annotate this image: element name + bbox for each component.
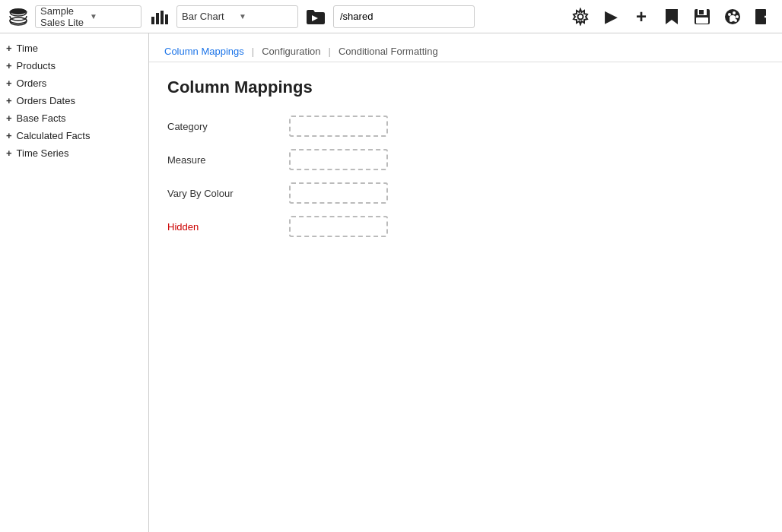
expand-icon: + (6, 78, 12, 89)
field-label-measure: Measure (167, 154, 289, 166)
palette-button[interactable] (720, 4, 745, 30)
svg-rect-18 (755, 9, 766, 24)
chart-type-label: Bar Chart (182, 11, 236, 22)
subnav-configuration[interactable]: Configuration (259, 41, 323, 62)
sidebar-item-label: Base Facts (17, 112, 66, 124)
chart-selector[interactable]: Bar Chart ▼ (176, 5, 298, 28)
chart-arrow: ▼ (239, 12, 293, 21)
sidebar-item-label: Calculated Facts (17, 130, 91, 141)
field-row-measure: Measure (167, 149, 764, 170)
sidebar-item-label: Orders Dates (17, 95, 75, 106)
subnav-separator: | (324, 46, 335, 57)
drop-target-measure[interactable] (289, 149, 388, 170)
chart-type-icon[interactable] (146, 4, 172, 30)
sidebar-item-label: Products (17, 60, 56, 71)
content-area: Column Mappings|Configuration|Conditiona… (149, 33, 782, 532)
db-icon (6, 5, 30, 29)
page-title: Column Mappings (167, 78, 764, 97)
field-label-category: Category (167, 121, 289, 132)
svg-rect-10 (696, 17, 708, 24)
expand-icon: + (6, 95, 12, 106)
svg-rect-5 (165, 14, 168, 24)
subnav: Column Mappings|Configuration|Conditiona… (149, 33, 782, 62)
sidebar-item-label: Time Series (17, 147, 69, 159)
sidebar: +Time+Products+Orders+Orders Dates+Base … (0, 33, 149, 532)
expand-icon: + (6, 147, 12, 159)
db-name: Sample Sales Lite (40, 5, 87, 28)
run-button[interactable]: ▶ (598, 4, 624, 30)
toolbar: Sample Sales Lite ▼ Bar Chart ▼ ▶ + (0, 0, 782, 33)
sidebar-item-calculated-facts[interactable]: +Calculated Facts (0, 127, 148, 144)
drop-target-vary-by-colour[interactable] (289, 182, 388, 204)
field-label-vary-by-colour: Vary By Colour (167, 188, 289, 199)
main-layout: +Time+Products+Orders+Orders Dates+Base … (0, 33, 782, 532)
expand-icon: + (6, 112, 12, 124)
bookmark-button[interactable] (659, 4, 685, 30)
svg-point-6 (578, 14, 583, 19)
expand-icon: + (6, 130, 12, 141)
svg-point-12 (728, 13, 731, 16)
sidebar-item-time[interactable]: +Time (0, 40, 148, 57)
add-button[interactable]: + (628, 4, 654, 30)
export-button[interactable] (750, 4, 776, 30)
svg-point-13 (733, 11, 736, 14)
settings-button[interactable] (567, 4, 593, 30)
svg-rect-9 (699, 10, 704, 14)
svg-point-17 (730, 15, 736, 21)
drop-target-hidden[interactable] (289, 216, 388, 237)
subnav-separator: | (247, 46, 259, 57)
field-label-hidden: Hidden (167, 221, 289, 233)
sidebar-item-orders-dates[interactable]: +Orders Dates (0, 92, 148, 109)
expand-icon: + (6, 43, 12, 54)
db-selector[interactable]: Sample Sales Lite ▼ (35, 5, 141, 28)
drop-target-category[interactable] (289, 116, 388, 137)
svg-point-0 (10, 8, 27, 14)
folder-icon[interactable] (303, 4, 329, 30)
sidebar-item-products[interactable]: +Products (0, 57, 148, 74)
field-row-hidden: Hidden (167, 216, 764, 237)
fields-container: CategoryMeasureVary By ColourHidden (167, 116, 764, 237)
sidebar-item-orders[interactable]: +Orders (0, 74, 148, 92)
expand-icon: + (6, 60, 12, 71)
svg-point-14 (736, 15, 739, 18)
db-arrow: ▼ (90, 12, 136, 21)
subnav-column-mappings[interactable]: Column Mappings (161, 41, 247, 62)
sidebar-item-label: Time (17, 43, 38, 54)
sidebar-item-base-facts[interactable]: +Base Facts (0, 109, 148, 127)
field-row-category: Category (167, 116, 764, 137)
path-input[interactable] (333, 5, 475, 28)
field-row-vary-by-colour: Vary By Colour (167, 182, 764, 204)
sidebar-item-time-series[interactable]: +Time Series (0, 144, 148, 162)
page-content: Column Mappings CategoryMeasureVary By C… (149, 62, 782, 532)
svg-rect-3 (156, 13, 159, 24)
save-button[interactable] (689, 4, 715, 30)
subnav-conditional-formatting[interactable]: Conditional Formatting (335, 41, 441, 62)
sidebar-item-label: Orders (17, 78, 47, 89)
svg-rect-4 (161, 11, 164, 24)
svg-rect-2 (151, 17, 154, 24)
